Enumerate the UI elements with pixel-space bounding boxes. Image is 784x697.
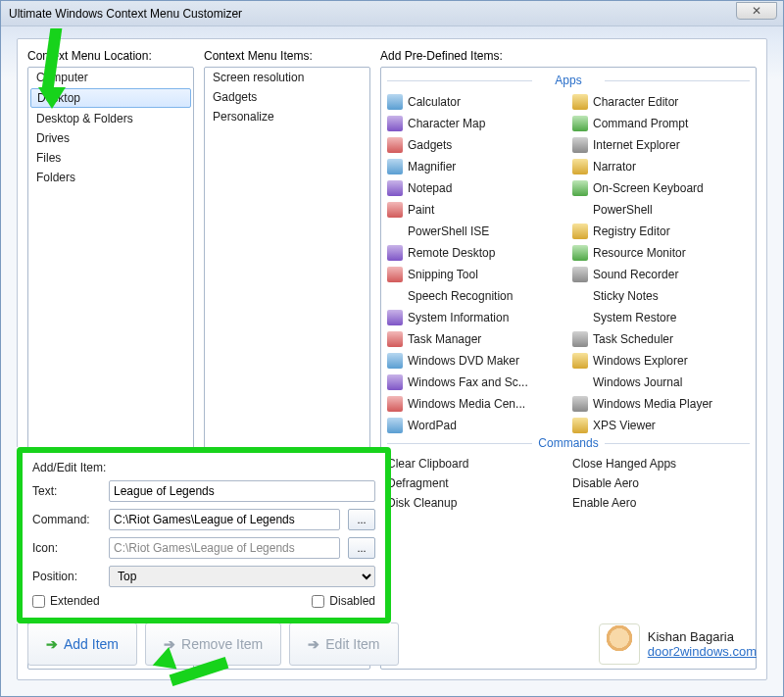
commands-group-title: Commands <box>387 436 750 450</box>
predefined-app-item[interactable]: Narrator <box>572 158 750 175</box>
predefined-app-item[interactable]: Remote Desktop <box>387 244 564 262</box>
app-label: Snipping Tool <box>408 268 478 281</box>
predefined-app-item[interactable]: Gadgets <box>387 136 564 154</box>
app-label: Paint <box>408 203 434 217</box>
predefined-command-item[interactable]: Clear Clipboard <box>387 456 564 472</box>
app-label: Windows Media Cen... <box>408 397 525 411</box>
position-select[interactable]: Top <box>109 566 375 587</box>
predefined-app-item[interactable]: Command Prompt <box>572 115 750 132</box>
close-button[interactable]: ✕ <box>736 2 777 20</box>
extended-checkbox-label[interactable]: Extended <box>32 594 100 608</box>
predefined-app-item[interactable]: System Restore <box>572 309 750 326</box>
add-icon: ➔ <box>46 636 58 652</box>
predefined-app-item[interactable]: Task Manager <box>387 330 564 348</box>
app-icon <box>572 180 588 196</box>
bottom-bar: ➔ Add Item ➔ Remove Item ➔ Edit Item Kis… <box>27 619 757 670</box>
predefined-app-item[interactable]: Windows Media Cen... <box>387 395 564 413</box>
disabled-checkbox-label[interactable]: Disabled <box>312 594 375 608</box>
predefined-app-item[interactable]: Registry Editor <box>572 223 750 240</box>
command-label: Command: <box>32 513 101 526</box>
app-label: Calculator <box>408 95 461 109</box>
app-icon <box>387 224 403 239</box>
predefined-app-item[interactable]: Windows Media Player <box>572 395 750 413</box>
predefined-app-item[interactable]: Character Map <box>387 115 564 132</box>
author-name: Kishan Bagaria <box>648 629 757 644</box>
command-input[interactable] <box>109 509 340 530</box>
predefined-command-item[interactable]: Defragment <box>387 475 564 491</box>
context-item[interactable]: Gadgets <box>205 87 369 107</box>
predefined-app-item[interactable]: PowerShell ISE <box>387 223 564 240</box>
location-item[interactable]: Folders <box>28 168 193 187</box>
app-icon <box>387 94 403 110</box>
app-icon <box>572 116 588 131</box>
add-item-button[interactable]: ➔ Add Item <box>27 622 137 666</box>
edit-item-button[interactable]: ➔ Edit Item <box>289 622 398 666</box>
app-label: Magnifier <box>408 160 456 174</box>
predefined-app-item[interactable]: Resource Monitor <box>572 244 750 262</box>
predefined-app-item[interactable]: Snipping Tool <box>387 266 564 283</box>
predefined-command-item[interactable]: Enable Aero <box>572 495 750 511</box>
predefined-app-item[interactable]: Character Editor <box>572 93 750 111</box>
predefined-app-item[interactable]: Internet Explorer <box>572 136 750 154</box>
app-label: XPS Viewer <box>593 419 656 432</box>
extended-checkbox[interactable] <box>32 595 45 608</box>
predefined-app-item[interactable]: Paint <box>387 201 564 219</box>
predefined-app-item[interactable]: XPS Viewer <box>572 417 750 434</box>
app-label: Task Manager <box>408 332 481 346</box>
predefined-app-item[interactable]: Task Scheduler <box>572 330 750 348</box>
predefined-app-item[interactable]: Notepad <box>387 179 564 197</box>
edit-icon: ➔ <box>308 636 319 652</box>
app-label: Remote Desktop <box>408 246 495 260</box>
app-label: Windows Media Player <box>593 397 712 411</box>
icon-browse-button[interactable]: ... <box>348 537 375 559</box>
location-item[interactable]: Files <box>28 148 193 168</box>
app-label: Sticky Notes <box>593 289 659 303</box>
predefined-command-item[interactable]: Disk Cleanup <box>387 495 564 511</box>
app-icon <box>572 245 588 261</box>
predefined-app-item[interactable]: System Information <box>387 309 564 326</box>
predefined-app-item[interactable]: Windows Journal <box>572 373 750 391</box>
predefined-app-item[interactable]: Calculator <box>387 93 564 111</box>
app-icon <box>572 224 588 239</box>
app-label: Internet Explorer <box>593 138 680 152</box>
predefined-app-item[interactable]: Speech Recognition <box>387 287 564 305</box>
icon-input[interactable] <box>109 537 340 559</box>
predefined-app-item[interactable]: PowerShell <box>572 201 750 219</box>
app-icon <box>572 418 588 433</box>
predefined-app-item[interactable]: Windows Explorer <box>572 352 750 370</box>
add-edit-title: Add/Edit Item: <box>32 461 375 474</box>
predefined-app-item[interactable]: Sound Recorder <box>572 266 750 283</box>
add-item-label: Add Item <box>64 636 119 652</box>
predefined-panel[interactable]: Apps CalculatorCharacter EditorCharacter… <box>380 67 757 670</box>
predefined-command-item[interactable]: Close Hanged Apps <box>572 456 750 472</box>
text-input[interactable] <box>109 480 375 502</box>
author-site-link[interactable]: door2windows.com <box>648 644 757 659</box>
app-label: Notepad <box>408 181 452 195</box>
predefined-app-item[interactable]: Magnifier <box>387 158 564 175</box>
predefined-command-item[interactable]: Disable Aero <box>572 475 750 491</box>
location-item[interactable]: Desktop & Folders <box>28 109 193 128</box>
window-title: Ultimate Windows Context Menu Customizer <box>9 7 242 21</box>
predefined-app-item[interactable]: Windows Fax and Sc... <box>387 373 564 391</box>
context-item[interactable]: Personalize <box>205 107 369 126</box>
predefined-app-item[interactable]: Sticky Notes <box>572 287 750 305</box>
command-browse-button[interactable]: ... <box>348 509 375 530</box>
app-window: Ultimate Windows Context Menu Customizer… <box>0 0 784 697</box>
app-icon <box>572 94 588 110</box>
app-label: Registry Editor <box>593 224 670 238</box>
app-icon <box>572 137 588 153</box>
items-header: Context Menu Items: <box>204 49 370 63</box>
predefined-app-item[interactable]: On-Screen Keyboard <box>572 179 750 197</box>
app-label: On-Screen Keyboard <box>593 181 704 195</box>
app-label: PowerShell ISE <box>408 224 489 238</box>
context-item[interactable]: Screen resolution <box>205 68 369 87</box>
location-item[interactable]: Drives <box>28 128 193 148</box>
disabled-checkbox[interactable] <box>312 595 324 608</box>
app-icon <box>572 288 588 304</box>
predefined-app-item[interactable]: WordPad <box>387 417 564 434</box>
annotation-arrow-1-head <box>38 87 66 109</box>
app-icon <box>387 245 403 261</box>
app-icon <box>387 180 403 196</box>
app-icon <box>387 310 403 325</box>
predefined-app-item[interactable]: Windows DVD Maker <box>387 352 564 370</box>
